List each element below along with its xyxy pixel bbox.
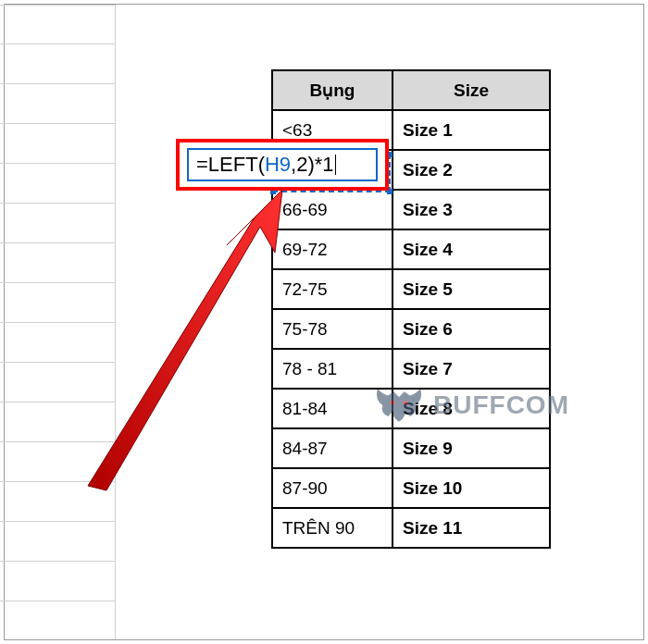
table-row: 69-72 Size 4 [272,229,550,269]
size-cell[interactable]: Size 6 [393,309,550,349]
table-row: 84-87 Size 9 [272,428,550,468]
bung-cell[interactable]: 81-84 [272,389,393,428]
table-row: 78 - 81 Size 7 [272,349,550,389]
empty-cell[interactable] [0,204,115,243]
formula-suffix: ,2)*1 [291,153,333,177]
size-cell[interactable]: Size 7 [393,349,550,389]
empty-cell[interactable] [0,84,115,124]
size-cell[interactable]: Size 11 [393,508,550,548]
empty-cell[interactable] [0,363,115,402]
empty-cell[interactable] [0,164,115,204]
empty-cell[interactable] [0,323,115,363]
size-cell[interactable]: Size 9 [393,428,550,468]
size-cell[interactable]: Size 10 [393,468,550,508]
header-size[interactable]: Size [393,70,550,110]
empty-cell[interactable] [0,482,115,522]
size-cell[interactable]: Size 4 [393,229,550,269]
bung-cell[interactable]: 75-78 [272,309,393,349]
empty-cell[interactable] [0,442,115,482]
bung-cell[interactable]: 72-75 [272,269,393,309]
formula-cell-ref: H9 [265,153,291,177]
empty-cell[interactable] [0,562,115,601]
header-bung[interactable]: Bụng [272,70,393,110]
empty-cell[interactable] [0,5,115,44]
table-row: 75-78 Size 6 [272,309,550,349]
screenshot-frame: Bụng Size <63 Size 1 Size 2 66-69 Size 3… [4,4,644,640]
table-row: 81-84 Size 8 [272,389,550,428]
size-cell[interactable]: Size 8 [393,389,550,428]
table-row: 72-75 Size 5 [272,269,550,309]
bung-cell[interactable]: 69-72 [272,229,393,269]
formula-highlight-box: =LEFT(H9,2)*1 [176,139,389,191]
size-cell[interactable]: Size 2 [393,150,550,190]
table-row: 66-69 Size 3 [272,190,550,229]
size-cell[interactable]: Size 5 [393,269,550,309]
bung-cell[interactable]: 66-69 [272,190,393,229]
empty-cell[interactable] [0,44,115,84]
bung-cell[interactable]: 87-90 [272,468,393,508]
empty-cell[interactable] [0,402,115,442]
bung-cell[interactable]: TRÊN 90 [272,508,393,548]
table-row: 87-90 Size 10 [272,468,550,508]
left-empty-column [0,5,116,639]
empty-cell[interactable] [0,283,115,323]
formula-prefix: =LEFT( [196,153,265,177]
formula-input[interactable]: =LEFT(H9,2)*1 [187,148,378,181]
table-row: TRÊN 90 Size 11 [272,508,550,548]
size-cell[interactable]: Size 3 [393,190,550,229]
size-cell[interactable]: Size 1 [393,110,550,150]
empty-cell[interactable] [0,522,115,562]
empty-cell[interactable] [0,124,115,164]
bung-cell[interactable]: 78 - 81 [272,349,393,389]
text-cursor-icon [335,155,336,175]
bung-cell[interactable]: 84-87 [272,428,393,468]
empty-cell[interactable] [0,243,115,283]
